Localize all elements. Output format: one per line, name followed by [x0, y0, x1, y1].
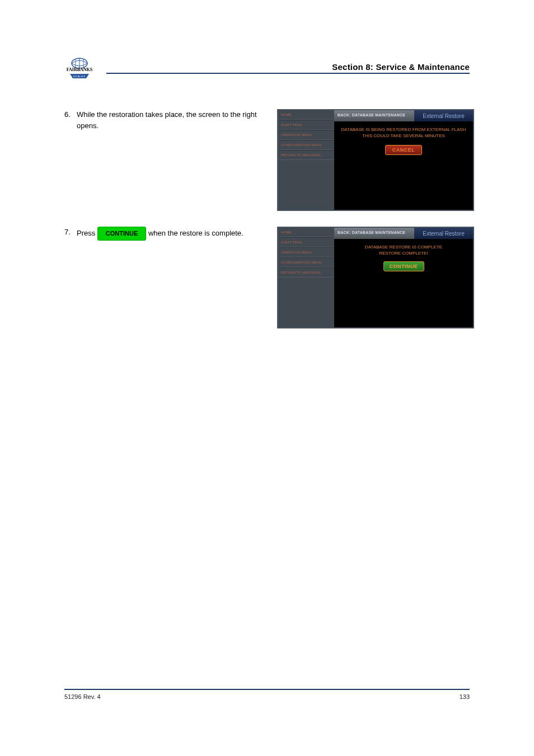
page-header: FAIRBANKS SCALES Section 8: Service & Ma…: [64, 56, 470, 81]
sidebar-item-operator-menu[interactable]: OPERATOR MENU: [278, 247, 334, 257]
step-6: 6. While the restoration takes place, th…: [64, 109, 266, 132]
cancel-button[interactable]: CANCEL: [385, 145, 423, 155]
sidebar-item-return-weighing[interactable]: RETURN TO WEIGHING: [278, 150, 334, 160]
footer-page-number: 133: [460, 693, 470, 700]
step-7: 7. Press CONTINUE when the restore is co…: [64, 227, 266, 241]
content-area: 6. While the restoration takes place, th…: [64, 109, 470, 328]
continue-button[interactable]: CONTINUE: [383, 261, 424, 271]
screenshot-restore-inprogress: HOME AUDIT TRAIL OPERATOR MENU CONFIGURA…: [277, 109, 474, 211]
panel-title: External Restore: [414, 228, 473, 239]
step-text-before: Press: [77, 229, 97, 237]
footer-rule: [64, 689, 470, 690]
status-line-2: RESTORE COMPLETE!: [334, 251, 473, 256]
screenshot-restore-complete: HOME AUDIT TRAIL OPERATOR MENU CONFIGURA…: [277, 227, 474, 328]
header-rule: [106, 73, 470, 74]
section-title: Section 8: Service & Maintenance: [106, 62, 470, 72]
sidebar-item-operator-menu[interactable]: OPERATOR MENU: [278, 130, 334, 140]
status-line-2: THIS COULD TAKE SEVERAL MINUTES: [334, 133, 473, 138]
page-footer: 51296 Rev. 4 133: [64, 689, 470, 700]
step-number: 6.: [64, 109, 71, 120]
fairbanks-logo: FAIRBANKS SCALES: [64, 56, 95, 81]
sidebar-item-configuration-menu[interactable]: CONFIGURATION MENU: [278, 257, 334, 267]
svg-text:FAIRBANKS: FAIRBANKS: [67, 67, 93, 72]
continue-button-inline: CONTINUE: [97, 227, 146, 241]
mini-titlebar: BACK: DATABASE MAINTENANCE External Rest…: [334, 110, 473, 121]
sidebar-item-configuration-menu[interactable]: CONFIGURATION MENU: [278, 140, 334, 150]
footer-left: 51296 Rev. 4: [64, 693, 101, 700]
step-text: While the restoration takes place, the s…: [77, 110, 257, 130]
status-line-1: DATABASE RESTORE IS COMPLETE: [334, 245, 473, 250]
sidebar-item-audit-trail[interactable]: AUDIT TRAIL: [278, 237, 334, 247]
mini-sidebar: HOME AUDIT TRAIL OPERATOR MENU CONFIGURA…: [278, 228, 334, 327]
sidebar-item-home[interactable]: HOME: [278, 110, 334, 120]
step-number: 7.: [64, 227, 71, 238]
step-text-after: when the restore is complete.: [146, 229, 243, 237]
svg-text:SCALES: SCALES: [73, 75, 86, 78]
mini-titlebar: BACK: DATABASE MAINTENANCE External Rest…: [334, 228, 473, 239]
back-button[interactable]: BACK: DATABASE MAINTENANCE: [334, 110, 414, 121]
mini-sidebar: HOME AUDIT TRAIL OPERATOR MENU CONFIGURA…: [278, 110, 334, 210]
sidebar-item-return-weighing[interactable]: RETURN TO WEIGHING: [278, 267, 334, 278]
status-line-1: DATABASE IS BEING RESTORED FROM EXTERNAL…: [334, 127, 473, 132]
sidebar-item-home[interactable]: HOME: [278, 228, 334, 237]
back-button[interactable]: BACK: DATABASE MAINTENANCE: [334, 228, 414, 239]
panel-title: External Restore: [414, 110, 473, 121]
sidebar-item-audit-trail[interactable]: AUDIT TRAIL: [278, 120, 334, 130]
